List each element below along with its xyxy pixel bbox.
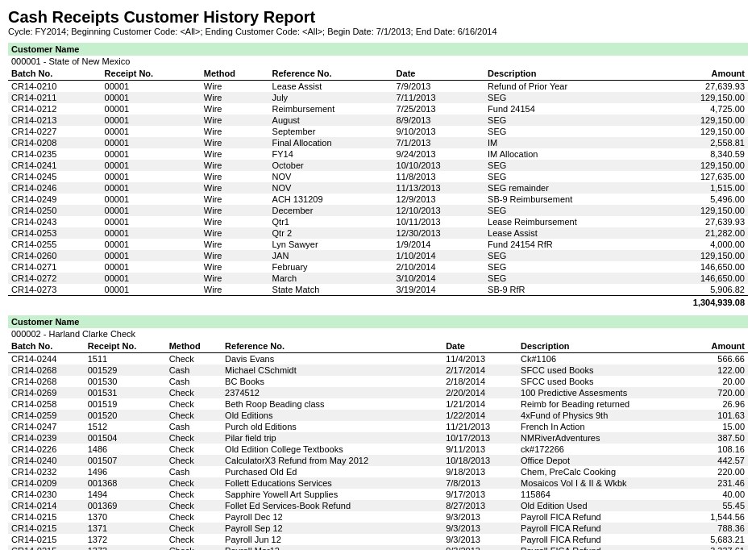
cell-method: Check bbox=[166, 477, 222, 489]
cell-method: Wire bbox=[201, 194, 269, 205]
cell-reference: Follet Ed Services-Book Refund bbox=[222, 500, 442, 511]
cell-method: Check bbox=[166, 444, 222, 455]
cell-description: Fund 24154 bbox=[484, 103, 656, 115]
cell-batch: CR14-0215 bbox=[8, 523, 85, 534]
cell-method: Cash bbox=[166, 376, 222, 387]
cell-batch: CR14-0247 bbox=[8, 421, 85, 432]
cell-receipt: 1372 bbox=[85, 534, 166, 545]
cell-batch: CR14-0214 bbox=[8, 500, 85, 511]
cell-reference: Michael CSchmidt bbox=[222, 365, 442, 376]
cell-date: 11/21/2013 bbox=[442, 421, 517, 432]
cell-description: SEG remainder bbox=[484, 182, 656, 194]
cell-description: Old Edition Used bbox=[517, 500, 687, 511]
cell-method: Wire bbox=[201, 284, 269, 296]
customer-code: 000001 - State of New Mexico bbox=[8, 56, 748, 67]
cell-method: Wire bbox=[201, 115, 269, 126]
cell-date: 9/3/2013 bbox=[442, 511, 517, 523]
cell-amount: 1,544.56 bbox=[687, 511, 748, 523]
cell-batch: CR14-0209 bbox=[8, 477, 85, 489]
cell-batch: CR14-0235 bbox=[8, 148, 102, 160]
cell-receipt: 001504 bbox=[85, 432, 166, 444]
cell-description: 4xFund of Physics 9th bbox=[517, 410, 687, 421]
table-row: CR14-021100001WireJuly7/11/2013SEG129,15… bbox=[8, 92, 748, 103]
cell-date: 3/10/2014 bbox=[393, 273, 484, 284]
cell-method: Wire bbox=[201, 171, 269, 182]
cell-receipt: 00001 bbox=[102, 103, 201, 115]
cell-date: 2/10/2014 bbox=[393, 261, 484, 273]
cell-date: 12/9/2013 bbox=[393, 194, 484, 205]
cell-amount: 27,639.93 bbox=[657, 216, 748, 227]
cell-method: Wire bbox=[201, 250, 269, 261]
cell-batch: CR14-0255 bbox=[8, 239, 102, 250]
cell-amount: 129,150.00 bbox=[657, 92, 748, 103]
cell-amount: 2,558.81 bbox=[657, 137, 748, 148]
table-row: CR14-024900001WireACH 13120912/9/2013SB-… bbox=[8, 194, 748, 205]
cell-amount: 220.00 bbox=[687, 466, 748, 477]
cell-receipt: 00001 bbox=[102, 171, 201, 182]
cell-method: Check bbox=[166, 489, 222, 500]
cell-receipt: 001520 bbox=[85, 410, 166, 421]
cell-description: Reimb for Beading returned bbox=[517, 398, 687, 410]
cell-reference: Lease Assist bbox=[269, 81, 393, 93]
cell-batch: CR14-0272 bbox=[8, 273, 102, 284]
cell-batch: CR14-0212 bbox=[8, 103, 102, 115]
cell-batch: CR14-0241 bbox=[8, 160, 102, 171]
table-row: CR14-027100001WireFebruary2/10/2014SEG14… bbox=[8, 261, 748, 273]
cell-description: Refund of Prior Year bbox=[484, 81, 656, 93]
cell-batch: CR14-0258 bbox=[8, 398, 85, 410]
cell-description: Chem, PreCalc Cooking bbox=[517, 466, 687, 477]
cell-receipt: 001507 bbox=[85, 455, 166, 466]
cell-receipt: 00001 bbox=[102, 194, 201, 205]
cell-reference: Sapphire Yowell Art Supplies bbox=[222, 489, 442, 500]
cell-date: 10/17/2013 bbox=[442, 432, 517, 444]
cell-amount: 788.36 bbox=[687, 523, 748, 534]
col-header-description: Description bbox=[484, 67, 656, 81]
cell-method: Wire bbox=[201, 103, 269, 115]
cell-reference: Qtr 2 bbox=[269, 227, 393, 239]
cell-receipt: 1373 bbox=[85, 545, 166, 550]
cell-date: 2/18/2014 bbox=[442, 376, 517, 387]
cell-receipt: 1496 bbox=[85, 466, 166, 477]
cell-receipt: 00001 bbox=[102, 205, 201, 216]
cell-receipt: 1486 bbox=[85, 444, 166, 455]
table-row: CR14-02321496CashPurchased Old Ed9/18/20… bbox=[8, 466, 748, 477]
customer-table: Batch No.Receipt No.MethodReference No.D… bbox=[8, 340, 748, 550]
cell-amount: 146,650.00 bbox=[657, 261, 748, 273]
cell-method: Wire bbox=[201, 148, 269, 160]
cell-batch: CR14-0215 bbox=[8, 511, 85, 523]
cell-amount: 20.00 bbox=[687, 376, 748, 387]
table-row: CR14-02151372CheckPayroll Jun 129/3/2013… bbox=[8, 534, 748, 545]
cell-description: Fund 24154 RfR bbox=[484, 239, 656, 250]
cell-date: 3/19/2014 bbox=[393, 284, 484, 296]
cell-amount: 129,150.00 bbox=[657, 126, 748, 137]
cell-date: 7/11/2013 bbox=[393, 92, 484, 103]
cell-amount: 127,635.00 bbox=[657, 171, 748, 182]
cell-amount: 566.66 bbox=[687, 353, 748, 365]
cell-batch: CR14-0211 bbox=[8, 92, 102, 103]
col-header-reference: Reference No. bbox=[269, 67, 393, 81]
cell-amount: 15.00 bbox=[687, 421, 748, 432]
cell-receipt: 00001 bbox=[102, 160, 201, 171]
cell-description: Payroll FICA Refund bbox=[517, 523, 687, 534]
col-header-date: Date bbox=[393, 67, 484, 81]
cell-reference: CalculatorX3 Refund from May 2012 bbox=[222, 455, 442, 466]
cell-date: 9/3/2013 bbox=[442, 545, 517, 550]
cell-method: Check bbox=[166, 398, 222, 410]
cell-date: 7/1/2013 bbox=[393, 137, 484, 148]
report-container: Cash Receipts Customer History Report Cy… bbox=[8, 8, 748, 550]
table-row: CR14-027200001WireMarch3/10/2014SEG146,6… bbox=[8, 273, 748, 284]
col-header-amount: Amount bbox=[687, 340, 748, 353]
cell-amount: 4,000.00 bbox=[657, 239, 748, 250]
cell-amount: 129,150.00 bbox=[657, 205, 748, 216]
col-header-description: Description bbox=[517, 340, 687, 353]
cell-amount: 1,515.00 bbox=[657, 182, 748, 194]
cell-receipt: 1511 bbox=[85, 353, 166, 365]
cell-batch: CR14-0260 bbox=[8, 250, 102, 261]
cell-batch: CR14-0226 bbox=[8, 444, 85, 455]
cell-date: 9/3/2013 bbox=[442, 534, 517, 545]
cell-method: Wire bbox=[201, 239, 269, 250]
cell-method: Wire bbox=[201, 216, 269, 227]
cell-description: SFCC used Books bbox=[517, 365, 687, 376]
col-header-receipt: Receipt No. bbox=[85, 340, 166, 353]
cell-receipt: 00001 bbox=[102, 273, 201, 284]
